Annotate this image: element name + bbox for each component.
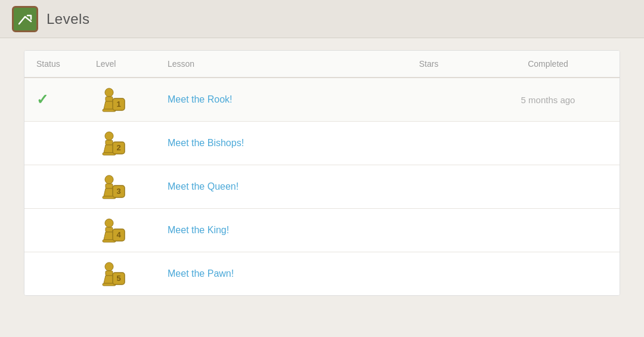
table-row: 2 Meet the Bishops! <box>24 122 620 165</box>
level-cell: 3 <box>96 174 168 200</box>
svg-text:2: 2 <box>116 143 120 152</box>
table-header: Status Level Lesson Stars Completed <box>24 51 620 78</box>
svg-rect-10 <box>106 140 113 145</box>
col-lesson: Lesson <box>168 59 369 69</box>
lesson-cell[interactable]: Meet the Pawn! <box>168 268 369 279</box>
status-cell: ✓ <box>36 91 96 108</box>
svg-rect-4 <box>106 97 113 101</box>
table-row: 3 Meet the Queen! <box>24 165 620 209</box>
lesson-cell[interactable]: Meet the Rook! <box>168 94 369 105</box>
svg-rect-22 <box>106 227 113 232</box>
col-level: Level <box>96 59 168 69</box>
lesson-link: Meet the Rook! <box>168 94 233 104</box>
svg-point-15 <box>105 175 113 184</box>
col-completed: Completed <box>488 59 608 69</box>
level-cell: 1 <box>96 86 168 113</box>
header: Levels <box>0 0 644 38</box>
lesson-link: Meet the Pawn! <box>168 268 234 279</box>
lesson-cell[interactable]: Meet the Bishops! <box>168 138 369 149</box>
lesson-link: Meet the King! <box>168 225 229 235</box>
completed-cell: 5 months ago <box>488 95 608 105</box>
svg-text:1: 1 <box>116 100 120 109</box>
svg-text:3: 3 <box>116 187 120 196</box>
level-cell: 2 <box>96 130 168 156</box>
main-content: Status Level Lesson Stars Completed ✓ <box>0 38 644 308</box>
col-status: Status <box>36 59 96 69</box>
lesson-link: Meet the Queen! <box>168 181 239 191</box>
level-cell: 4 <box>96 217 168 243</box>
svg-text:5: 5 <box>116 274 120 283</box>
svg-text:4: 4 <box>116 230 121 239</box>
lesson-cell[interactable]: Meet the King! <box>168 225 369 236</box>
svg-point-21 <box>105 219 113 227</box>
check-icon: ✓ <box>36 91 48 108</box>
table-row: 5 Meet the Pawn! <box>24 252 620 295</box>
svg-rect-16 <box>106 184 113 188</box>
svg-point-3 <box>105 88 113 97</box>
svg-point-9 <box>105 132 113 140</box>
col-stars: Stars <box>369 59 488 69</box>
table-row: ✓ 1 Meet the Rook! 5 months ago <box>24 78 620 122</box>
level-cell: 5 <box>96 261 168 287</box>
header-icon <box>12 6 38 32</box>
svg-point-27 <box>105 262 113 271</box>
levels-table: Status Level Lesson Stars Completed ✓ <box>24 50 620 296</box>
page-title: Levels <box>47 11 89 27</box>
lesson-link: Meet the Bishops! <box>168 138 244 148</box>
lesson-cell[interactable]: Meet the Queen! <box>168 181 369 192</box>
svg-rect-28 <box>106 271 113 276</box>
table-row: 4 Meet the King! <box>24 209 620 252</box>
